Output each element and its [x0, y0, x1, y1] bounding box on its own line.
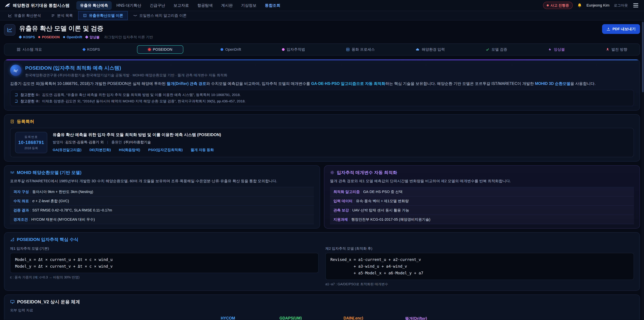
- source-gdaps: GDAPS(UM) 바람·기온·기압 g512_v070_ereo_*.grb2: [266, 316, 316, 320]
- incident-status-badge[interactable]: 사고 진행중: [543, 2, 573, 9]
- poseidon-subtitle: 한국해양환경연구원·(주)아라종합기술·한국해양기상기술 공동개발 · MOHI…: [25, 73, 227, 78]
- references-box: 참고문헌 ①: 김도연·김용특, “유출유 확산 예측을 위한 입자 추적 모듈…: [10, 90, 634, 106]
- nav-item-integrated-search[interactable]: 통합조회: [261, 1, 284, 10]
- red-dot-icon: [38, 36, 40, 38]
- grid-icon: [17, 48, 20, 51]
- badge-poseidon: POSEIDON: [38, 35, 60, 39]
- nav-item-oil-spill-prediction[interactable]: 유출유 확산예측: [76, 1, 112, 10]
- section-tab-ensemble[interactable]: 앙상블: [544, 45, 568, 54]
- section-tab-system-overview[interactable]: 시스템 개요: [13, 45, 46, 54]
- patent-meta: 발명자 김도연·김용특·김종기 외 | 출원인 (주)아라종합기술: [53, 140, 221, 144]
- main-nav: 유출유 확산예측 HNS·대기확산 긴급구난 보고자료 항공탐색 게시판 기상정…: [76, 1, 284, 10]
- tag-drifter-assimilation[interactable]: 뜰개 자동 동화: [191, 148, 214, 152]
- spec-row-grid: 격자 구성동아시아 9km + 한반도 3km (Nesting): [10, 187, 314, 196]
- section-tab-ocean-environment-input[interactable]: 해양환경 입력: [412, 45, 448, 54]
- nav-item-aerial-search[interactable]: 항공탐색: [194, 1, 216, 10]
- user-name[interactable]: Eunjeong Kim: [586, 3, 610, 8]
- nav-item-board[interactable]: 게시판: [218, 1, 236, 10]
- pdf-export-button[interactable]: PDF 내보내기: [602, 24, 640, 34]
- nav-item-reports[interactable]: 보고자료: [170, 1, 193, 10]
- formulas-card-title: POSEIDON 입자추적 핵심 수식: [10, 237, 634, 242]
- book-icon: [14, 93, 18, 97]
- formula-2-label: 제2 입자추적 모델 (최적화 후): [325, 246, 634, 251]
- page-title: 유출유 확산 모델 이론 및 검증: [19, 24, 153, 33]
- logout-button[interactable]: 로그아웃: [614, 3, 628, 8]
- section-tab-opendrift[interactable]: OpenDrift: [217, 45, 245, 54]
- spec-row-vertical-coordinate: 수직 좌표σ + Z-level 혼합 (GVC): [10, 196, 314, 206]
- inventor-names: 김도연·김용특·김종기 외: [65, 140, 104, 144]
- formula-model-1: 제1 입자추적 모델 (기본) Model_x = Δt × current_u…: [10, 246, 319, 286]
- mohid-model-card: MOHID 해양순환모델 (기반 모델) 포르투갈 IST/MARETEC에서 …: [4, 165, 320, 228]
- hamburger-menu-icon[interactable]: [632, 2, 639, 9]
- reference-label: 참고문헌 ①:: [20, 93, 40, 97]
- inventor-label: 발명자: [53, 140, 65, 144]
- parameter-optimization-card: 입자추적 매개변수 자동 최적화 뜰개 관측 경로와 제1 모델 예측값의 단위…: [324, 165, 640, 228]
- tab-spill-analysis[interactable]: 유출유 확산분석: [3, 11, 46, 20]
- scrollbar-thumb[interactable]: [642, 22, 644, 92]
- grid-icon: [346, 48, 350, 51]
- page-tag-row: KOSPS POSEIDON OpenDrift 앙상블 라그랑지안 입자추적 …: [19, 35, 153, 40]
- app-logo[interactable]: 해양환경 위기대응 통합시스템: [5, 3, 70, 8]
- tag-ga[interactable]: GA(유전알고리즘): [53, 148, 82, 152]
- incident-dot-icon: [547, 4, 549, 6]
- source-name: HYCOM: [203, 316, 253, 320]
- top-navigation-bar: 해양환경 위기대응 통합시스템 유출유 확산예측 HNS·대기확산 긴급구난 보…: [0, 0, 644, 11]
- reference-line: 참고문헌 ②: 이재호·임병준·김도연 외, “2016년 동아시아 해역의 M…: [14, 99, 630, 104]
- tab-oil-fence-algorithm-theory[interactable]: 오일펜스 배치 알고리즘 이론: [128, 11, 191, 20]
- page-icon-box: [4, 24, 16, 36]
- scrollbar-track[interactable]: [642, 21, 644, 320]
- nav-item-emergency-rescue[interactable]: 긴급구난: [146, 1, 169, 10]
- tag-pso[interactable]: PSO(입자군집최적화): [148, 148, 183, 152]
- formula-1-caption: c : 풍속 가중치 (예: c=0.3 → 바람의 30% 반영): [10, 275, 319, 279]
- formula-grid: 제1 입자추적 모델 (기본) Model_x = Δt × current_u…: [10, 246, 634, 286]
- nav-item-hns-dispersion[interactable]: HNS·대기확산: [113, 1, 145, 10]
- blue-dot-icon: [220, 48, 223, 51]
- tag-de[interactable]: DE(차분진화): [90, 148, 111, 152]
- blue-dot-icon: [63, 36, 65, 38]
- mohid-spec-rows: 격자 구성동아시아 9km + 한반도 3km (Nesting) 수직 좌표σ…: [10, 187, 314, 224]
- formula-1-label: 제1 입자추적 모델 (기본): [10, 246, 319, 251]
- mohid-description: 포르투갈 IST/MARETEC에서 1985년부터 개발한 3D 수치 해양순…: [10, 178, 314, 184]
- patent-section-title: 등록특허: [10, 119, 634, 125]
- bell-icon[interactable]: [577, 3, 582, 8]
- poseidon-overview-card: POSEIDON (입자추적 최적화 예측 시스템) 한국해양환경연구원·(주)…: [4, 59, 640, 111]
- spec-row-funding: 지원과제행정안전부 KCG-01-2017-05 (해양경비지원기술): [330, 215, 634, 224]
- section-tab-poseidon[interactable]: POSEIDON: [137, 45, 183, 54]
- incident-badge-label: 사고 진행중: [550, 3, 569, 8]
- gear-icon: [330, 170, 334, 175]
- highlight-drifter-path: 뜰개(Drifter) 관측 경로: [167, 81, 206, 86]
- section-tab-model-validation[interactable]: 모델 검증: [482, 45, 511, 54]
- nav-item-weather-info[interactable]: 기상정보: [238, 1, 260, 10]
- tab-analysis-list[interactable]: 분석 목록: [46, 11, 78, 20]
- section-tab-particle-tracking[interactable]: 입자추적법: [278, 45, 309, 54]
- book-icon: [14, 99, 18, 103]
- tab-diffusion-model-theory[interactable]: 유출유확산모델 이론: [78, 11, 128, 20]
- book-icon: [83, 14, 87, 18]
- diamond-icon: [85, 36, 88, 39]
- patent-title: 유출유 확산 예측을 위한 입자 추적 모듈 최적화 방법 및 이를 이용한 예…: [53, 132, 221, 138]
- optimization-description: 뜰개 관측 경로와 제1 모델 예측값의 단위시간별 변화량을 비교하여 제2 …: [330, 178, 634, 184]
- source-name: DAIN(.enc): [328, 316, 378, 320]
- wave-icon: [133, 14, 137, 18]
- reference-label: 참고문헌 ②:: [20, 99, 40, 104]
- section-tab-weathering-process[interactable]: 풍화 프로세스: [342, 45, 378, 54]
- red-dot-icon: [148, 48, 151, 51]
- external-input-label: 외부 입력 자료: [10, 308, 634, 312]
- patent-keyword-tags: GA(유전알고리즘) DE(차분진화) HS(화음탐색) PSO(입자군집최적화…: [53, 148, 221, 152]
- poseidon-description: 김종기·김도연 외(등록특허 10-1868791, 2018)가 개발한 PO…: [10, 81, 634, 87]
- section-tab-kosps[interactable]: KOSPS: [79, 45, 104, 54]
- tab-label: 유출유 확산분석: [14, 13, 41, 18]
- formula-1-code: Model_x = Δt × current_u + Δt × c × wind…: [10, 253, 319, 273]
- formula-2-caption: a1~a7 : GA/DE/PSO로 최적화된 매개변수: [325, 282, 634, 286]
- topnav-right-cluster: 사고 진행중 Eunjeong Kim 로그아웃: [543, 2, 639, 9]
- source-name: GDAPS(UM): [266, 316, 316, 320]
- section-tab-future-direction[interactable]: 발전 방향: [602, 45, 631, 54]
- source-dain: DAIN(.enc) 격자·수심·해안선·조석 정적 지형 입력 데이터: [328, 316, 378, 320]
- model-detail-columns: MOHID 해양순환모델 (기반 모델) 포르투갈 IST/MARETEC에서 …: [4, 165, 640, 228]
- sub-tab-bar: 유출유 확산분석 분석 목록 유출유확산모델 이론 오일펜스 배치 알고리즘 이…: [0, 11, 644, 21]
- chart-scatter-icon: [8, 14, 12, 18]
- source-drifter: 뜰개(Drifter) 관측 표류 경로 GA/DE/PSO 동화: [391, 316, 441, 320]
- tag-hs[interactable]: HS(화음탐색): [119, 148, 140, 152]
- badge-ensemble: 앙상블: [86, 35, 100, 40]
- spec-row-observation: 관측 보강UAV·선박 탑재 센서 동시 활용 가능: [330, 206, 634, 215]
